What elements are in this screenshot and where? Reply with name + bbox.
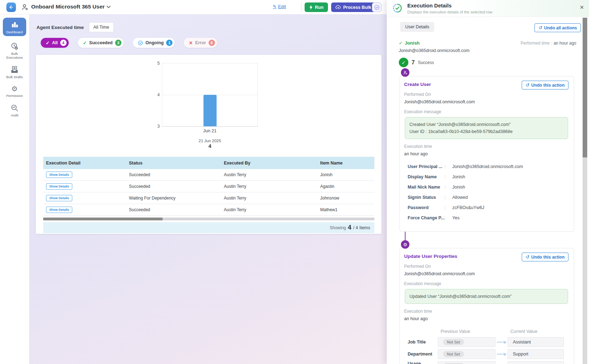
chart-plot-area: 5 4 3 xyxy=(162,63,258,127)
panel-body: User Details ✓Jonish Performed time : an… xyxy=(399,17,576,364)
top-bar: Onboard Microsoft 365 User ✎Edit Run Pro… xyxy=(0,0,387,15)
bar-chart-icon xyxy=(10,21,19,29)
column-header: Executed By xyxy=(221,157,317,169)
field-row: Signin Status:Allowed xyxy=(408,195,569,205)
filter-error[interactable]: ✕ Error 0 xyxy=(184,38,217,48)
sidebar-item-permission[interactable]: ⚙ Permission xyxy=(3,85,26,98)
show-details-button[interactable]: Show Details xyxy=(46,172,72,178)
chart-legend-date: 21 Jun 2025 xyxy=(162,139,258,143)
clock-check-icon xyxy=(10,42,19,51)
user-name: ✓Jonish xyxy=(399,40,420,46)
status-cell: Succeeded xyxy=(126,169,221,180)
check-icon: ✓ xyxy=(83,40,87,46)
scrollbar-thumb[interactable] xyxy=(583,18,587,157)
gear-check-icon: ⚙ xyxy=(11,85,18,93)
status-cell: Succeeded xyxy=(126,181,221,192)
field-row: Display Name:Jonish xyxy=(408,174,569,185)
performed-on-label: Performed On xyxy=(404,92,569,97)
edit-link[interactable]: ✎Edit xyxy=(273,4,286,9)
table-row: Show Details Succeeded Austin Terry Agas… xyxy=(43,181,374,192)
table-header: Execution Detail Status Executed By Item… xyxy=(43,157,374,169)
y-tick: 5 xyxy=(157,61,160,66)
back-button[interactable] xyxy=(6,2,16,12)
person-add-icon xyxy=(21,3,29,11)
execution-message-box: Created User “Jonish@o365droid.onmicroso… xyxy=(405,117,568,139)
show-details-button[interactable]: Show Details xyxy=(46,207,72,213)
sidebar-item-audit[interactable]: Audit xyxy=(3,104,26,117)
change-row: Usage Location Not Set > AS xyxy=(404,361,564,364)
update-properties-step-icon: ⚙ xyxy=(401,240,409,249)
check-icon: ✓ xyxy=(399,40,403,46)
audit-magnifier-icon xyxy=(10,104,19,112)
y-tick: 3 xyxy=(157,124,160,129)
filter-all[interactable]: ✓ All 4 xyxy=(41,38,69,48)
timeline-connector xyxy=(405,232,576,240)
close-icon[interactable]: ✕ xyxy=(579,4,584,11)
table-row: Show Details Succeeded Austin Terry Joni… xyxy=(43,169,374,181)
arrow-right-icon: > xyxy=(495,352,508,356)
undo-icon: ↺ xyxy=(526,82,529,88)
column-header: Item Name xyxy=(317,157,374,169)
undo-this-action-button[interactable]: ↺ Undo this action xyxy=(522,253,568,261)
sidebar-item-bulk-executions[interactable]: Bulk Executions xyxy=(3,42,26,59)
agent-executed-time-label: Agent Executed time xyxy=(36,25,84,30)
cloud-upload-icon xyxy=(335,5,341,10)
filter-ongoing[interactable]: Ongoing 1 xyxy=(133,38,175,48)
item-name-cell: Agastin xyxy=(317,181,374,192)
chart-bar[interactable] xyxy=(203,95,216,126)
performed-on-label: Performed On xyxy=(404,264,569,269)
current-value-box: Support xyxy=(508,349,564,359)
sidebar: Dashboard Bulk Executions Bulk Drafts ⚙ … xyxy=(0,15,29,364)
executions-table: Execution Detail Status Executed By Item… xyxy=(43,157,374,233)
show-details-button[interactable]: Show Details xyxy=(46,195,72,201)
x-icon: ✕ xyxy=(189,40,193,46)
sidebar-item-bulk-drafts[interactable]: Bulk Drafts xyxy=(3,65,26,79)
execution-message-label: Execution message xyxy=(404,281,569,286)
change-row: Job Title Not Set > Assistant xyxy=(404,337,564,347)
show-details-button[interactable]: Show Details xyxy=(46,183,72,190)
user-email: Jonish@o365droid.onmicrosoft.com xyxy=(399,48,576,53)
execution-time-value: an hour ago xyxy=(404,151,569,156)
schedule-icon-button[interactable] xyxy=(372,2,381,12)
toolbar-divider xyxy=(301,3,301,12)
run-button[interactable]: Run xyxy=(305,2,328,12)
horizontal-scrollbar[interactable] xyxy=(43,218,374,220)
items-count: 4 xyxy=(348,224,351,231)
performed-on-value: Jonish@o365droid.onmicrosoft.com xyxy=(404,99,569,104)
performed-on-value: Jonish@o365droid.onmicrosoft.com xyxy=(404,271,569,276)
x-axis-label: Jun 21 xyxy=(162,128,258,133)
undo-this-action-button[interactable]: ↺ Undo this action xyxy=(522,81,568,89)
time-filter-button[interactable]: All Time xyxy=(89,22,114,32)
chart-legend-value: 4 xyxy=(162,143,258,149)
vertical-scrollbar[interactable] xyxy=(583,18,587,364)
process-bulk-button[interactable]: Process Bulk xyxy=(331,2,375,12)
clock-check-icon xyxy=(374,5,380,10)
performed-time: Performed time : an hour ago xyxy=(521,40,576,46)
field-row: User Principal ...:Jonish@o365droid.onmi… xyxy=(408,164,569,174)
property-changes: Previous Value Current Value Job Title N… xyxy=(404,329,569,364)
filter-succeeded[interactable]: ✓ Succeeded 3 xyxy=(78,38,124,48)
executed-by-cell: Austin Terry xyxy=(221,192,317,204)
executions-chart: 5 4 3 Jun 21 21 Jun 2025 4 xyxy=(156,63,264,149)
tab-user-details[interactable]: User Details xyxy=(400,22,434,32)
chevron-down-icon[interactable] xyxy=(106,5,111,8)
sidebar-item-dashboard[interactable]: Dashboard xyxy=(3,18,26,36)
update-user-properties-card: Update User Properties ↺ Undo this actio… xyxy=(400,248,574,364)
current-value-box: AS xyxy=(508,361,564,364)
status-filter-row: ✓ All 4 ✓ Succeeded 3 Ongoing 1 ✕ Error … xyxy=(41,38,217,48)
table-footer: Showing 4 / 4 Items xyxy=(43,222,374,233)
status-cell: Succeeded xyxy=(126,204,221,215)
count-badge: 1 xyxy=(166,40,172,46)
count-badge: 0 xyxy=(209,40,215,46)
previous-value-box: Not Set xyxy=(438,337,495,347)
item-name-cell: Johnsnow xyxy=(317,192,374,204)
current-value-header: Current Value xyxy=(508,329,564,334)
create-user-step-icon xyxy=(401,68,409,77)
arrow-left-icon xyxy=(9,5,14,10)
item-name-cell: Jonish xyxy=(317,169,374,180)
execution-message-label: Execution message xyxy=(404,109,569,114)
item-name-cell: Mathew1 xyxy=(317,204,374,215)
pencil-icon: ✎ xyxy=(273,4,277,9)
success-summary: ✓ 7 Success xyxy=(399,58,576,67)
scrollbar-thumb[interactable] xyxy=(43,218,163,220)
